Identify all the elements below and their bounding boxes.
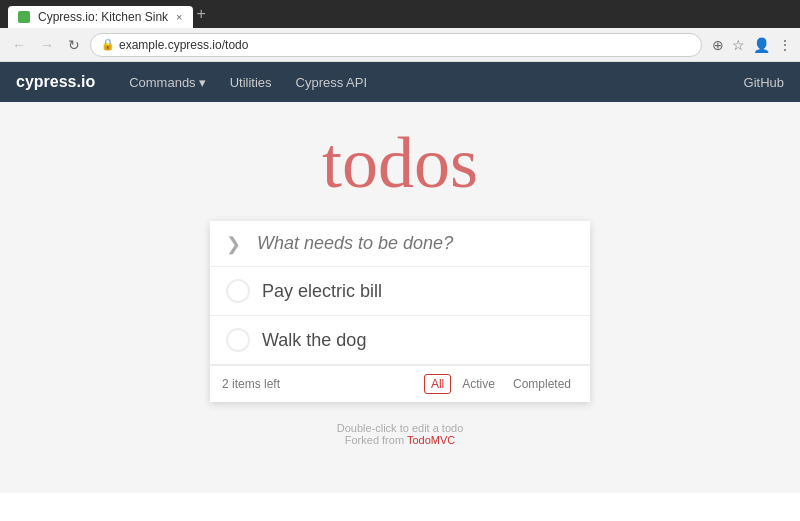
todo-list: Pay electric bill Walk the dog [210, 267, 590, 365]
todo-app: ❯ Pay electric bill Walk the dog 2 items… [210, 221, 590, 402]
todo-input-row: ❯ [210, 221, 590, 267]
filter-buttons: All Active Completed [424, 374, 578, 394]
filter-completed[interactable]: Completed [506, 374, 578, 394]
filter-all[interactable]: All [424, 374, 451, 394]
footer-notes: Double-click to edit a todo Forked from … [337, 422, 464, 446]
lock-icon: 🔒 [101, 38, 115, 51]
address-text: example.cypress.io/todo [119, 38, 248, 52]
footer-credit: Forked from TodoMVC [337, 434, 464, 446]
todo-item: Walk the dog [210, 316, 590, 365]
menu-icon[interactable]: ⋮ [778, 37, 792, 53]
tab-title: Cypress.io: Kitchen Sink [38, 10, 168, 24]
browser-controls: ← → ↻ 🔒 example.cypress.io/todo ⊕ ☆ 👤 ⋮ [0, 28, 800, 62]
main-content: todos ❯ Pay electric bill Walk the dog 2… [0, 102, 800, 493]
todo-footer: 2 items left All Active Completed [210, 365, 590, 402]
browser-action-icons: ⊕ ☆ 👤 ⋮ [712, 37, 792, 53]
todos-title: todos [322, 122, 478, 205]
tab-close-button[interactable]: × [176, 11, 182, 23]
new-tab-button[interactable]: + [197, 5, 206, 23]
items-left-count: 2 items left [222, 377, 424, 391]
nav-utilities[interactable]: Utilities [220, 69, 282, 96]
translate-icon[interactable]: ⊕ [712, 37, 724, 53]
nav-commands[interactable]: Commands ▾ [119, 69, 215, 96]
address-bar[interactable]: 🔒 example.cypress.io/todo [90, 33, 702, 57]
todo-item: Pay electric bill [210, 267, 590, 316]
browser-tab-bar: Cypress.io: Kitchen Sink × + [0, 0, 800, 28]
profile-icon[interactable]: 👤 [753, 37, 770, 53]
browser-tab[interactable]: Cypress.io: Kitchen Sink × [8, 6, 193, 28]
back-button[interactable]: ← [8, 35, 30, 55]
todomvc-link[interactable]: TodoMVC [407, 434, 455, 446]
forward-button[interactable]: → [36, 35, 58, 55]
nav-api[interactable]: Cypress API [286, 69, 378, 96]
forked-text: Forked from [345, 434, 407, 446]
navbar-nav: Commands ▾ Utilities Cypress API [119, 69, 743, 96]
filter-active[interactable]: Active [455, 374, 502, 394]
tab-favicon [18, 11, 30, 23]
todo-text-1: Pay electric bill [262, 281, 382, 302]
app-navbar: cypress.io Commands ▾ Utilities Cypress … [0, 62, 800, 102]
bookmark-icon[interactable]: ☆ [732, 37, 745, 53]
nav-github[interactable]: GitHub [744, 75, 784, 90]
todo-checkbox-1[interactable] [226, 279, 250, 303]
toggle-all-icon[interactable]: ❯ [218, 225, 249, 263]
footer-hint: Double-click to edit a todo [337, 422, 464, 434]
navbar-brand[interactable]: cypress.io [16, 73, 95, 91]
todo-checkbox-2[interactable] [226, 328, 250, 352]
refresh-button[interactable]: ↻ [64, 35, 84, 55]
todo-text-2: Walk the dog [262, 330, 366, 351]
todo-input[interactable] [249, 221, 582, 266]
